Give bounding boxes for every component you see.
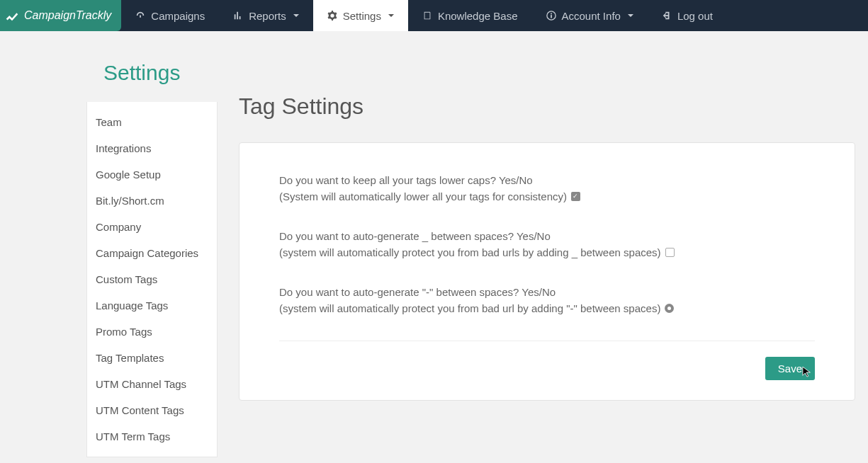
setting-question: Do you want to auto-generate "-" between…	[279, 285, 815, 301]
side-column: Settings Team Integrations Google Setup …	[0, 52, 218, 457]
divider	[279, 341, 815, 341]
setting-help: (system will automatically protect you f…	[279, 245, 661, 261]
sidemenu-item-promo-tags[interactable]: Promo Tags	[87, 319, 217, 345]
logout-icon	[662, 11, 672, 21]
sidemenu-item-google-setup[interactable]: Google Setup	[87, 161, 217, 188]
nav-campaigns-label: Campaigns	[151, 10, 205, 22]
setting-dash: Do you want to auto-generate "-" between…	[279, 285, 815, 316]
sidemenu-item-utm-content[interactable]: UTM Content Tags	[87, 397, 217, 423]
cogs-icon	[327, 11, 337, 21]
nav-settings-label: Settings	[343, 10, 381, 22]
main-column: Tag Settings Do you want to keep all you…	[218, 52, 868, 457]
book-icon	[422, 11, 432, 21]
nav-reports-label: Reports	[249, 10, 286, 22]
chart-icon	[233, 11, 243, 21]
sidemenu-item-language-tags[interactable]: Language Tags	[87, 292, 217, 319]
checkbox-lowercase[interactable]: ✓	[571, 192, 580, 201]
caret-down-icon	[388, 14, 394, 17]
logo-icon	[4, 8, 20, 23]
sidemenu-item-team[interactable]: Team	[87, 109, 217, 135]
nav-reports[interactable]: Reports	[219, 0, 313, 31]
cursor-icon	[802, 366, 812, 379]
nav-account-info[interactable]: Account Info	[532, 0, 648, 31]
page-title: Settings	[86, 52, 218, 102]
logo-text: CampaignTrackly	[24, 9, 111, 22]
checkbox-dash[interactable]	[665, 304, 674, 313]
panel-actions: Save	[279, 357, 815, 380]
nav-logout[interactable]: Log out	[648, 0, 727, 31]
settings-panel: Do you want to keep all your tags lower …	[239, 142, 855, 401]
svg-rect-2	[551, 13, 552, 15]
setting-help: (System will automatically lower all you…	[279, 189, 567, 205]
sidemenu-item-utm-term[interactable]: UTM Term Tags	[87, 423, 217, 450]
nav-kb-label: Knowledge Base	[438, 10, 518, 22]
sidemenu-item-campaign-categories[interactable]: Campaign Categories	[87, 240, 217, 266]
sidemenu-item-custom-tags[interactable]: Custom Tags	[87, 266, 217, 292]
save-button[interactable]: Save	[765, 357, 815, 380]
svg-rect-1	[551, 15, 552, 18]
nav-knowledge-base[interactable]: Knowledge Base	[408, 0, 532, 31]
sidemenu-item-integrations[interactable]: Integrations	[87, 135, 217, 161]
caret-down-icon	[628, 14, 633, 17]
checkbox-underscore[interactable]	[665, 248, 675, 257]
setting-question: Do you want to auto-generate _ between s…	[279, 229, 815, 245]
logo[interactable]: CampaignTrackly	[0, 0, 121, 31]
top-nav: CampaignTrackly Campaigns Reports Settin…	[0, 0, 868, 31]
save-button-label: Save	[778, 362, 802, 375]
nav-account-label: Account Info	[562, 10, 621, 22]
sidemenu-item-bitly[interactable]: Bit.ly/Short.cm	[87, 188, 217, 214]
nav-items: Campaigns Reports Settings Knowledge Bas…	[121, 0, 727, 31]
main-title: Tag Settings	[239, 93, 868, 120]
dashboard-icon	[135, 11, 145, 21]
page-body: Settings Team Integrations Google Setup …	[0, 31, 868, 457]
sidemenu-item-utm-channel[interactable]: UTM Channel Tags	[87, 371, 217, 397]
info-icon	[546, 11, 556, 21]
sidemenu-item-company[interactable]: Company	[87, 214, 217, 240]
settings-sidemenu: Team Integrations Google Setup Bit.ly/Sh…	[86, 102, 218, 457]
nav-settings[interactable]: Settings	[313, 0, 408, 31]
setting-question: Do you want to keep all your tags lower …	[279, 173, 815, 189]
sidemenu-item-tag-templates[interactable]: Tag Templates	[87, 345, 217, 371]
caret-down-icon	[293, 14, 299, 17]
nav-logout-label: Log out	[677, 10, 713, 22]
setting-lowercase: Do you want to keep all your tags lower …	[279, 173, 815, 205]
setting-help: (system will automatically protect you f…	[279, 301, 660, 317]
setting-underscore: Do you want to auto-generate _ between s…	[279, 229, 815, 261]
nav-campaigns[interactable]: Campaigns	[121, 0, 219, 31]
